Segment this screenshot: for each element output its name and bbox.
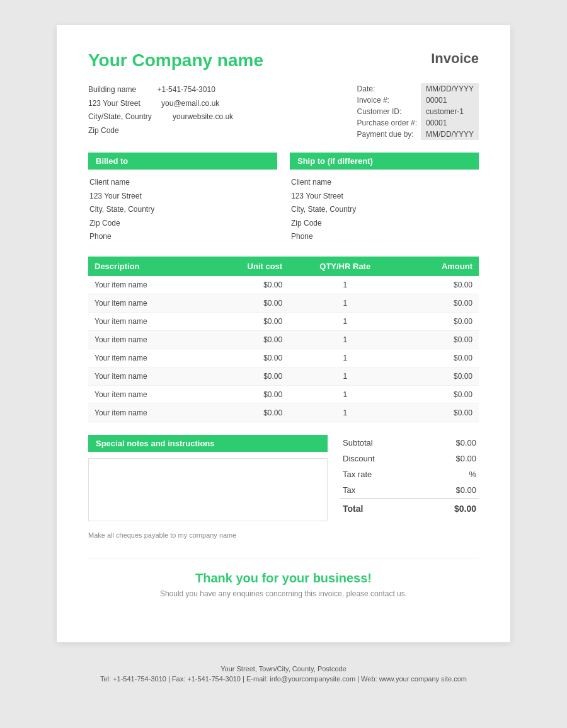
item-qty: 1 xyxy=(289,294,401,312)
item-qty: 1 xyxy=(289,403,401,422)
item-unit-cost: $0.00 xyxy=(204,385,289,403)
ship-phone: Phone xyxy=(291,230,479,244)
item-unit-cost: $0.00 xyxy=(204,330,289,349)
item-unit-cost: $0.00 xyxy=(204,294,289,312)
po-label: Purchase order #: xyxy=(353,117,421,129)
thank-you-subtitle: Should you have any enquiries concerning… xyxy=(88,589,479,598)
ship-zip: Zip Code xyxy=(291,217,479,231)
billing-section: Billed to Client name 123 Your Street Ci… xyxy=(88,153,479,244)
item-description: Your item name xyxy=(88,385,204,403)
company-building: Building name +1-541-754-3010 xyxy=(88,83,233,97)
page-footer: Your Street, Town/City, County, Postcode… xyxy=(0,655,567,695)
notes-block: Special notes and instructions xyxy=(88,435,328,521)
item-qty: 1 xyxy=(289,312,401,330)
item-qty: 1 xyxy=(289,385,401,403)
invoice-number-label: Invoice #: xyxy=(353,95,421,106)
payment-due-label: Payment due by: xyxy=(353,129,421,140)
item-description: Your item name xyxy=(88,312,204,330)
ship-to-header: Ship to (if different) xyxy=(290,153,479,170)
invoice-details: Date: MM/DD/YYYY Invoice #: 00001 Custom… xyxy=(353,83,479,140)
item-unit-cost: $0.00 xyxy=(204,276,289,294)
item-description: Your item name xyxy=(88,276,204,294)
footer-address: Your Street, Town/City, County, Postcode xyxy=(0,665,567,673)
notes-content xyxy=(88,458,328,521)
item-amount: $0.00 xyxy=(401,403,479,422)
taxrate-value: % xyxy=(420,466,479,482)
billed-to-header: Billed to xyxy=(88,153,277,170)
cheque-note: Make all cheques payable to my company n… xyxy=(88,531,479,539)
table-row: Your item name $0.00 1 $0.00 xyxy=(88,330,479,349)
item-amount: $0.00 xyxy=(401,349,479,367)
ship-name: Client name xyxy=(291,176,479,190)
ship-street: 123 Your Street xyxy=(291,190,479,204)
item-unit-cost: $0.00 xyxy=(204,367,289,385)
item-qty: 1 xyxy=(289,330,401,349)
item-amount: $0.00 xyxy=(401,385,479,403)
total-value: $0.00 xyxy=(420,498,479,517)
billed-to-block: Billed to Client name 123 Your Street Ci… xyxy=(88,153,277,244)
company-street: 123 Your Street you@email.co.uk xyxy=(88,97,233,111)
item-unit-cost: $0.00 xyxy=(204,349,289,367)
discount-label: Discount xyxy=(340,451,420,466)
date-value: MM/DD/YYYY xyxy=(421,83,479,95)
col-description: Description xyxy=(88,257,204,276)
item-amount: $0.00 xyxy=(401,276,479,294)
table-row: Your item name $0.00 1 $0.00 xyxy=(88,312,479,330)
item-description: Your item name xyxy=(88,367,204,385)
item-amount: $0.00 xyxy=(401,312,479,330)
table-row: Your item name $0.00 1 $0.00 xyxy=(88,385,479,403)
company-city: City/State, Country yourwebsite.co.uk xyxy=(88,110,233,124)
item-unit-cost: $0.00 xyxy=(204,312,289,330)
invoice-document: Your Company name Invoice Building name … xyxy=(57,25,510,642)
table-row: Your item name $0.00 1 $0.00 xyxy=(88,349,479,367)
billed-street: 123 Your Street xyxy=(89,190,277,204)
billed-name: Client name xyxy=(89,176,277,190)
item-amount: $0.00 xyxy=(401,294,479,312)
customer-id-label: Customer ID: xyxy=(353,106,421,117)
billed-city: City, State, Country xyxy=(89,203,277,217)
customer-id-value: customer-1 xyxy=(421,106,479,117)
item-description: Your item name xyxy=(88,403,204,422)
bottom-section: Special notes and instructions Subtotal … xyxy=(88,435,479,521)
thank-you-title: Thank you for your business! xyxy=(88,571,479,586)
footer-contact: Tel: +1-541-754-3010 | Fax: +1-541-754-3… xyxy=(0,675,567,683)
totals-block: Subtotal $0.00 Discount $0.00 Tax rate %… xyxy=(340,435,479,521)
item-unit-cost: $0.00 xyxy=(204,403,289,422)
table-row: Your item name $0.00 1 $0.00 xyxy=(88,294,479,312)
date-label: Date: xyxy=(353,83,421,95)
item-description: Your item name xyxy=(88,294,204,312)
discount-value: $0.00 xyxy=(420,451,479,466)
company-info: Building name +1-541-754-3010 123 Your S… xyxy=(88,83,233,140)
ship-city: City, State, Country xyxy=(291,203,479,217)
tax-label: Tax xyxy=(340,482,420,499)
ship-to-info: Client name 123 Your Street City, State,… xyxy=(290,176,479,244)
billed-zip: Zip Code xyxy=(89,217,277,231)
col-qty: QTY/HR Rate xyxy=(289,257,401,276)
tax-value: $0.00 xyxy=(420,482,479,499)
items-table: Description Unit cost QTY/HR Rate Amount… xyxy=(88,257,479,422)
subtotal-label: Subtotal xyxy=(340,435,420,451)
invoice-number-value: 00001 xyxy=(421,95,479,106)
item-qty: 1 xyxy=(289,367,401,385)
invoice-title: Invoice xyxy=(431,50,479,67)
invoice-header: Your Company name Invoice xyxy=(88,50,479,71)
table-row: Your item name $0.00 1 $0.00 xyxy=(88,276,479,294)
total-label: Total xyxy=(340,498,420,517)
col-unit-cost: Unit cost xyxy=(204,257,289,276)
item-amount: $0.00 xyxy=(401,367,479,385)
info-section: Building name +1-541-754-3010 123 Your S… xyxy=(88,83,479,140)
company-zip: Zip Code xyxy=(88,124,233,138)
payment-due-value: MM/DD/YYYY xyxy=(421,129,479,140)
col-amount: Amount xyxy=(401,257,479,276)
table-row: Your item name $0.00 1 $0.00 xyxy=(88,367,479,385)
item-description: Your item name xyxy=(88,349,204,367)
po-value: 00001 xyxy=(421,117,479,129)
company-name: Your Company name xyxy=(88,50,263,71)
thank-you-section: Thank you for your business! Should you … xyxy=(88,558,479,611)
billed-to-info: Client name 123 Your Street City, State,… xyxy=(88,176,277,244)
item-qty: 1 xyxy=(289,276,401,294)
subtotal-value: $0.00 xyxy=(420,435,479,451)
notes-header: Special notes and instructions xyxy=(88,435,328,452)
ship-to-block: Ship to (if different) Client name 123 Y… xyxy=(290,153,479,244)
item-amount: $0.00 xyxy=(401,330,479,349)
